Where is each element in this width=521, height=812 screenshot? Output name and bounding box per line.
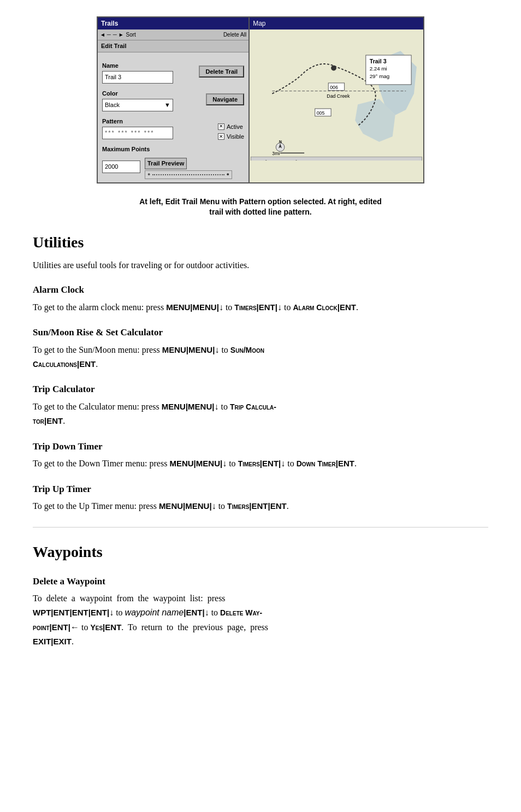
menu-kbd-9: MENU [159, 501, 183, 511]
pattern-label: Pattern [102, 117, 214, 126]
down-arrow-wpt-1: ↓ [109, 608, 114, 617]
section-divider [33, 527, 488, 527]
svg-text:N  36°20.474'   W  96°06.336': N 36°20.474' W 96°06.336' [255, 159, 313, 161]
trip-down-title: Trip Down Timer [33, 440, 488, 454]
toolbar: ◄ ─ ─ ► Sort Delete All [98, 29, 248, 40]
trails-title: Trails [98, 17, 248, 29]
alarm-clock-title: Alarm Clock [33, 283, 488, 297]
trail-preview-slider[interactable]: ● ● [145, 170, 232, 179]
screenshot: Trails ◄ ─ ─ ► Sort Delete All Edit Trai… [97, 16, 424, 183]
name-label: Name [102, 61, 194, 70]
menu-kbd-3: MENU [162, 345, 186, 354]
waypoints-section: Waypoints Delete a Waypoint To delete a … [33, 541, 488, 649]
trip-up-section: Trip Up Timer To get to the Up Timer men… [33, 482, 488, 514]
ent-kbd-6: ENT [338, 459, 354, 468]
trip-down-text: To get to the Down Timer menu: press MEN… [33, 457, 488, 471]
panel-body: Name Trail 3 Delete Trail Color Black ▼ [98, 52, 248, 182]
color-select[interactable]: Black ▼ [102, 99, 173, 111]
trip-down-section: Trip Down Timer To get to the Down Timer… [33, 440, 488, 471]
sunmoon-sc: Sun/Moon [230, 346, 264, 354]
utilities-intro: Utilities are useful tools for traveling… [33, 258, 488, 272]
ent-wpt-3: ENT [91, 608, 107, 617]
active-label: Active [227, 122, 243, 132]
svg-point-7 [331, 66, 336, 71]
map-content: Trail 3 2.24 mi 29° mag 006 Dad Creek 00… [250, 29, 423, 161]
ent-kbd-7: ENT [252, 501, 268, 511]
down-arrow-7: ↓ [212, 501, 216, 511]
menu-kbd-5: MENU [162, 402, 186, 411]
svg-text:005: 005 [317, 110, 325, 116]
menu-kbd-6: MENU [188, 402, 212, 411]
menu-kbd-7: MENU [169, 459, 193, 468]
delete-waypoint-text: To delete a waypoint from the waypoint l… [33, 591, 488, 649]
wpt-kbd: WPT [33, 608, 51, 617]
down-arrow-2: ↓ [277, 303, 282, 312]
delete-waypoint-section: Delete a Waypoint To delete a waypoint f… [33, 574, 488, 649]
map-title: Map [250, 17, 423, 29]
toolbar-back[interactable]: ◄ ─ [100, 31, 111, 39]
waypoint-name-italic: waypoint name [125, 608, 184, 617]
visible-label: Visible [227, 132, 244, 141]
ent-wpt-2: ENT [72, 608, 88, 617]
pattern-input[interactable]: *** *** *** *** [102, 127, 173, 139]
ent-kbd-3: ENT [79, 359, 96, 369]
ent-kbd-2: ENT [340, 303, 356, 312]
timers-sc-2: Timers [238, 459, 260, 468]
active-checkbox[interactable]: ✕ [218, 123, 224, 130]
color-row: Color Black ▼ Navigate [102, 86, 244, 111]
toolbar-sort[interactable]: Sort [126, 31, 136, 39]
exit-kbd-2: EXIT [54, 637, 72, 646]
navigate-button[interactable]: Navigate [206, 93, 244, 105]
trip-calc-sc: Trip Calcula-tor [33, 402, 276, 425]
yes-sc: Yes [90, 623, 103, 632]
timers-sc: Timers [234, 303, 256, 312]
svg-text:29° mag: 29° mag [370, 73, 390, 79]
alarm-clock-text: To get to the alarm clock menu: press ME… [33, 300, 488, 315]
down-arrow-4: ↓ [214, 402, 218, 411]
delete-trail-button[interactable]: Delete Trail [199, 66, 244, 78]
dropdown-arrow-icon: ▼ [164, 100, 170, 110]
down-arrow-wpt-2: ↓ [205, 608, 209, 617]
timers-sc-3: Timers [227, 502, 249, 511]
max-points-row: Maximum Points 2000 Trail Preview ● ● [102, 145, 244, 179]
ent-kbd-4: ENT [46, 416, 63, 425]
name-row: Name Trail 3 Delete Trail [102, 58, 244, 84]
svg-text:006: 006 [330, 85, 338, 90]
sunmoon-section: Sun/Moon Rise & Set Calculator To get to… [33, 325, 488, 371]
active-row: ✕ Active [218, 122, 244, 132]
max-points-input[interactable]: 2000 [102, 161, 140, 173]
toolbar-delete-all[interactable]: Delete All [223, 31, 246, 39]
menu-kbd-10: MENU [185, 501, 209, 511]
menu-kbd-8: MENU [196, 459, 220, 468]
sunmoon-text: To get to the Sun/Moon menu: press MENU|… [33, 343, 488, 372]
down-arrow-3: ↓ [215, 345, 219, 354]
pattern-row: Pattern *** *** *** *** ✕ Active ✕ Visib… [102, 114, 244, 141]
utilities-section: Utilities Utilities are useful tools for… [33, 231, 488, 514]
ent-kbd-1: ENT [259, 303, 275, 312]
utilities-title: Utilities [33, 231, 488, 254]
name-input[interactable]: Trail 3 [102, 71, 173, 84]
alarm-clock-section: Alarm Clock To get to the alarm clock me… [33, 283, 488, 315]
ent-wpt-4: ENT [186, 608, 202, 617]
alarm-clock-sc: Alarm Clock [293, 303, 337, 312]
down-timer-sc: Down Timer [297, 459, 336, 468]
color-value: Black [105, 100, 120, 110]
slider-track [152, 174, 224, 175]
trip-up-title: Trip Up Timer [33, 482, 488, 496]
ent-kbd-5: ENT [262, 459, 279, 468]
visible-checkbox[interactable]: ✕ [218, 133, 224, 140]
ent-wpt-5: ENT [52, 623, 68, 632]
down-arrow-1: ↓ [219, 303, 223, 312]
ent-wpt-1: ENT [54, 608, 70, 617]
caption: At left, Edit Trail Menu with Pattern op… [33, 197, 488, 218]
down-arrow-6: ↓ [281, 459, 285, 468]
color-label: Color [102, 89, 202, 98]
svg-text:2.24 mi: 2.24 mi [370, 66, 387, 72]
svg-text:N: N [279, 140, 282, 144]
trip-calc-section: Trip Calculator To get to the Calculator… [33, 382, 488, 428]
svg-text:3mi: 3mi [273, 151, 280, 156]
left-panel: Trails ◄ ─ ─ ► Sort Delete All Edit Trai… [98, 17, 250, 182]
toolbar-forward[interactable]: ─ ► [113, 31, 124, 39]
svg-text:Dad Creek: Dad Creek [327, 93, 350, 99]
menu-kbd-4: MENU [188, 345, 212, 354]
